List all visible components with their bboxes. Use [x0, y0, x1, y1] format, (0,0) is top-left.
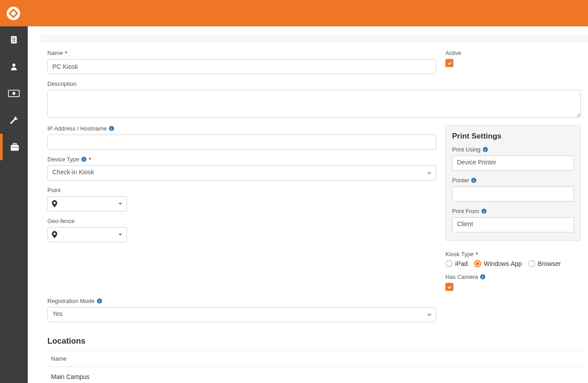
kiosk-type-windows[interactable]: Windows App — [474, 260, 522, 267]
info-icon: i — [97, 298, 102, 304]
description-label: Description — [47, 80, 581, 87]
svg-text:i: i — [483, 210, 484, 214]
check-icon — [447, 61, 452, 66]
registration-mode-select[interactable]: Yes — [47, 307, 436, 322]
info-icon: i — [109, 126, 114, 131]
print-using-label: Print Using i — [452, 146, 574, 153]
kiosk-type-browser[interactable]: Browser — [528, 260, 561, 267]
svg-text:i: i — [474, 179, 474, 183]
svg-rect-10 — [10, 147, 18, 147]
radio-label: Windows App — [484, 260, 522, 267]
page-icon — [9, 35, 19, 45]
svg-rect-2 — [12, 38, 15, 38]
name-label: Name● — [47, 50, 436, 56]
top-header — [0, 0, 588, 26]
geofence-label: Geo-fence — [47, 218, 436, 224]
has-camera-label: Has Camera i — [445, 274, 581, 280]
svg-point-5 — [13, 63, 16, 67]
device-type-select[interactable]: Check-in Kiosk — [47, 165, 436, 181]
geofence-picker[interactable] — [47, 227, 127, 242]
svg-text:i: i — [99, 299, 100, 303]
has-camera-checkbox[interactable] — [445, 283, 453, 291]
rock-logo-icon — [6, 6, 21, 21]
locations-col-name: Name — [47, 351, 581, 367]
description-input[interactable] — [47, 90, 581, 118]
sidebar-item-money[interactable] — [0, 80, 28, 107]
sidebar-item-tools[interactable] — [0, 107, 28, 134]
person-icon — [9, 62, 18, 71]
svg-rect-9 — [13, 143, 16, 145]
print-from-select[interactable]: Client — [452, 217, 574, 232]
printer-select[interactable] — [452, 186, 574, 202]
info-icon: i — [481, 208, 487, 214]
info-icon: i — [471, 177, 477, 183]
svg-text:i: i — [84, 158, 85, 162]
radio-icon — [474, 260, 481, 267]
briefcase-icon — [10, 143, 20, 152]
radio-icon — [528, 260, 535, 267]
svg-text:i: i — [485, 148, 486, 152]
sidebar — [0, 26, 28, 383]
svg-rect-4 — [12, 41, 15, 41]
sidebar-item-admin[interactable] — [0, 134, 28, 160]
info-icon: i — [480, 274, 486, 280]
print-using-select[interactable]: Device Printer — [452, 156, 574, 171]
check-icon — [447, 285, 452, 290]
svg-text:i: i — [482, 275, 483, 279]
map-marker-icon — [52, 231, 57, 238]
svg-rect-3 — [12, 39, 15, 40]
device-type-label: Device Type i ● — [47, 156, 436, 163]
money-icon — [8, 89, 20, 97]
svg-point-7 — [13, 92, 16, 95]
table-row[interactable]: Main Campus — [47, 367, 581, 383]
location-name-cell: Main Campus — [47, 367, 581, 383]
print-settings-panel: Print Settings Print Using i Device Prin… — [445, 125, 581, 241]
radio-label: Browser — [538, 260, 561, 267]
ip-input[interactable] — [47, 135, 436, 150]
point-label: Point — [47, 187, 436, 194]
registration-mode-label: Registration Mode i — [47, 298, 436, 304]
print-from-label: Print From i — [452, 208, 574, 215]
ip-label: IP Address / Hostname i — [47, 125, 436, 132]
panel-band — [40, 34, 588, 42]
svg-text:i: i — [111, 127, 112, 131]
caret-down-icon — [118, 232, 123, 237]
active-checkbox[interactable] — [445, 59, 453, 67]
name-input[interactable] — [47, 59, 436, 74]
info-icon: i — [482, 147, 488, 152]
radio-label: iPad — [455, 260, 468, 267]
map-marker-icon — [52, 200, 57, 207]
radio-icon — [445, 260, 453, 267]
print-settings-title: Print Settings — [452, 132, 574, 141]
point-picker[interactable] — [47, 196, 127, 211]
kiosk-type-ipad[interactable]: iPad — [445, 260, 468, 267]
sidebar-item-person[interactable] — [0, 53, 28, 80]
kiosk-type-label: Kiosk Type● — [445, 251, 581, 257]
wrench-icon — [9, 116, 18, 125]
info-icon: i — [81, 156, 87, 162]
sidebar-item-pages[interactable] — [0, 26, 28, 53]
caret-down-icon — [118, 202, 123, 206]
locations-title: Locations — [47, 337, 581, 346]
printer-label: Printer i — [452, 177, 574, 184]
svg-rect-8 — [10, 145, 18, 151]
active-label: Active — [445, 50, 581, 56]
locations-table: Name Main Campus — [47, 350, 581, 383]
